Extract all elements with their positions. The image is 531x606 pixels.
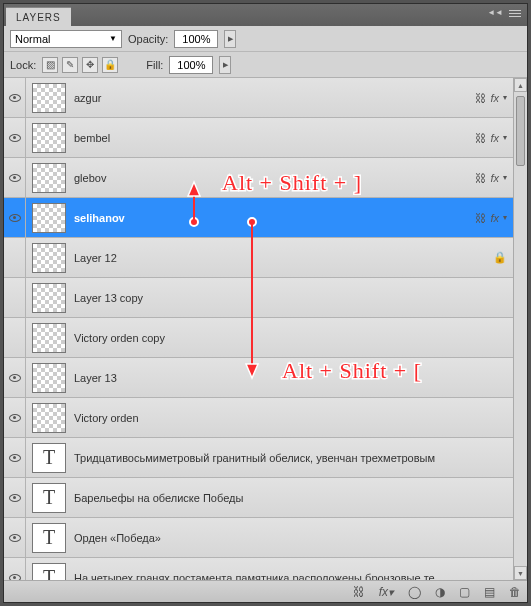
blend-mode-value: Normal <box>15 33 50 45</box>
layer-row[interactable]: Victory orden copy <box>4 318 513 358</box>
layers-panel: LAYERS ◄◄ Normal ▼ Opacity: 100% ▶ Lock:… <box>3 3 528 603</box>
layers-tab[interactable]: LAYERS <box>6 7 71 26</box>
visibility-toggle[interactable] <box>4 478 26 517</box>
lock-transparent-icon[interactable]: ▨ <box>42 57 58 73</box>
fx-expand-icon[interactable]: ▾ <box>503 133 507 142</box>
layer-thumbnail[interactable] <box>32 163 66 193</box>
panel-menu-icon[interactable] <box>507 6 523 20</box>
layer-row[interactable]: selihanov⛓fx▾ <box>4 198 513 238</box>
layer-badges: ⛓fx▾ <box>475 212 513 224</box>
dropdown-arrow-icon: ▼ <box>109 34 117 43</box>
layer-thumbnail[interactable] <box>32 363 66 393</box>
layer-name[interactable]: selihanov <box>70 212 475 224</box>
lock-pixels-icon[interactable]: ✎ <box>62 57 78 73</box>
layer-style-icon[interactable]: fx▾ <box>379 585 394 599</box>
fx-icon[interactable]: fx <box>490 212 499 224</box>
visibility-toggle[interactable] <box>4 78 26 117</box>
fx-expand-icon[interactable]: ▾ <box>503 213 507 222</box>
scroll-down-icon[interactable]: ▼ <box>514 566 527 580</box>
lock-all-icon[interactable]: 🔒 <box>102 57 118 73</box>
layer-name[interactable]: azgur <box>70 92 475 104</box>
eye-icon <box>9 134 21 142</box>
visibility-toggle[interactable] <box>4 558 26 580</box>
visibility-toggle[interactable] <box>4 398 26 437</box>
layer-badges: 🔒 <box>493 251 513 264</box>
layer-thumbnail[interactable] <box>32 243 66 273</box>
scroll-up-icon[interactable]: ▲ <box>514 78 527 92</box>
layer-thumbnail[interactable] <box>32 403 66 433</box>
layer-name[interactable]: Барельефы на обелиске Победы <box>70 492 507 504</box>
layer-name[interactable]: Layer 13 copy <box>70 292 507 304</box>
layer-row[interactable]: TОрден «Победа» <box>4 518 513 558</box>
layer-name[interactable]: Victory orden <box>70 412 507 424</box>
layer-thumbnail[interactable]: T <box>32 563 66 581</box>
layer-row[interactable]: Layer 13 copy <box>4 278 513 318</box>
collapse-icon[interactable]: ◄◄ <box>487 8 503 17</box>
link-layers-icon[interactable]: ⛓ <box>353 585 365 599</box>
visibility-toggle[interactable] <box>4 278 26 317</box>
visibility-toggle[interactable] <box>4 438 26 477</box>
layer-thumbnail[interactable]: T <box>32 523 66 553</box>
fill-flyout-icon[interactable]: ▶ <box>219 56 231 74</box>
fill-input[interactable]: 100% <box>169 56 213 74</box>
layer-row[interactable]: TНа четырех гранях постамента памятника … <box>4 558 513 580</box>
eye-icon <box>9 534 21 542</box>
layer-row[interactable]: azgur⛓fx▾ <box>4 78 513 118</box>
opacity-flyout-icon[interactable]: ▶ <box>224 30 236 48</box>
layer-thumbnail[interactable]: T <box>32 443 66 473</box>
lock-icon: 🔒 <box>493 251 507 264</box>
delete-layer-icon[interactable]: 🗑 <box>509 585 521 599</box>
layer-row[interactable]: Layer 12🔒 <box>4 238 513 278</box>
layer-row[interactable]: TТридцативосьмиметровый гранитный обелис… <box>4 438 513 478</box>
link-icon: ⛓ <box>475 212 486 224</box>
visibility-toggle[interactable] <box>4 158 26 197</box>
layer-name[interactable]: bembel <box>70 132 475 144</box>
layer-list[interactable]: azgur⛓fx▾bembel⛓fx▾glebov⛓fx▾selihanov⛓f… <box>4 78 513 580</box>
layer-thumbnail[interactable] <box>32 123 66 153</box>
lock-position-icon[interactable]: ✥ <box>82 57 98 73</box>
panel-tabbar: LAYERS ◄◄ <box>4 4 527 26</box>
opacity-input[interactable]: 100% <box>174 30 218 48</box>
layer-mask-icon[interactable]: ◯ <box>408 585 421 599</box>
visibility-toggle[interactable] <box>4 518 26 557</box>
layer-row[interactable]: Victory orden <box>4 398 513 438</box>
layer-name[interactable]: Victory orden copy <box>70 332 507 344</box>
fx-expand-icon[interactable]: ▾ <box>503 173 507 182</box>
scroll-thumb[interactable] <box>516 96 525 166</box>
layer-thumbnail[interactable] <box>32 83 66 113</box>
layer-name[interactable]: На четырех гранях постамента памятника р… <box>70 572 507 581</box>
layer-name[interactable]: glebov <box>70 172 475 184</box>
visibility-toggle[interactable] <box>4 198 26 237</box>
visibility-toggle[interactable] <box>4 358 26 397</box>
fx-icon[interactable]: fx <box>490 172 499 184</box>
new-layer-icon[interactable]: ▤ <box>484 585 495 599</box>
visibility-toggle[interactable] <box>4 318 26 357</box>
layer-row[interactable]: glebov⛓fx▾ <box>4 158 513 198</box>
layer-thumbnail[interactable] <box>32 323 66 353</box>
layer-thumbnail[interactable] <box>32 203 66 233</box>
layer-name[interactable]: Орден «Победа» <box>70 532 507 544</box>
layer-thumbnail[interactable] <box>32 283 66 313</box>
fx-expand-icon[interactable]: ▾ <box>503 93 507 102</box>
new-group-icon[interactable]: ▢ <box>459 585 470 599</box>
eye-off-icon <box>9 334 21 342</box>
layer-thumbnail[interactable]: T <box>32 483 66 513</box>
fill-label: Fill: <box>146 59 163 71</box>
layer-row[interactable]: Layer 13 <box>4 358 513 398</box>
layer-name[interactable]: Layer 13 <box>70 372 507 384</box>
eye-icon <box>9 94 21 102</box>
visibility-toggle[interactable] <box>4 118 26 157</box>
layer-row[interactable]: TБарельефы на обелиске Победы <box>4 478 513 518</box>
scrollbar[interactable]: ▲ ▼ <box>513 78 527 580</box>
blend-mode-select[interactable]: Normal ▼ <box>10 30 122 48</box>
adjustment-layer-icon[interactable]: ◑ <box>435 585 445 599</box>
eye-icon <box>9 414 21 422</box>
fx-icon[interactable]: fx <box>490 92 499 104</box>
link-icon: ⛓ <box>475 172 486 184</box>
lock-row: Lock: ▨ ✎ ✥ 🔒 Fill: 100% ▶ <box>4 52 527 78</box>
layer-name[interactable]: Тридцативосьмиметровый гранитный обелиск… <box>70 452 507 464</box>
layer-row[interactable]: bembel⛓fx▾ <box>4 118 513 158</box>
visibility-toggle[interactable] <box>4 238 26 277</box>
fx-icon[interactable]: fx <box>490 132 499 144</box>
layer-name[interactable]: Layer 12 <box>70 252 493 264</box>
